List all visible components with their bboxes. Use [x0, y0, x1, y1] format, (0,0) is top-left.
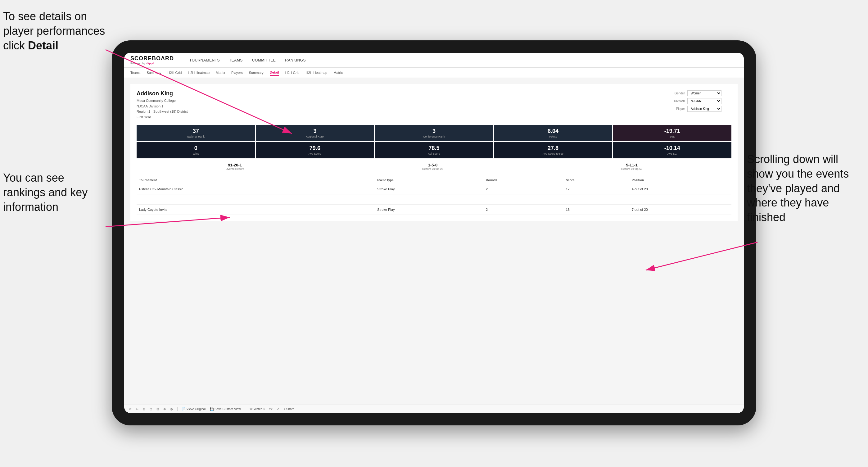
bottom-toolbar: ↺ ↻ ⊞ ⊡ ⊟ ⊕ ◷ 📄 View: Original 💾 Save Cu… [124, 405, 744, 413]
wins-value: 0 [139, 145, 253, 152]
player-info-left: Addison King Mesa Community College NJCA… [136, 90, 187, 120]
share-button-box[interactable]: □▾ [269, 407, 273, 411]
player-year: First Year [136, 115, 187, 120]
division-field-row: Division NJCAA I [669, 98, 732, 104]
main-content[interactable]: Addison King Mesa Community College NJCA… [124, 78, 744, 405]
position-1: 4 out of 20 [629, 184, 732, 194]
logo-area: SCOREBOARD Powered by clippd [130, 55, 174, 65]
nav-committee[interactable]: COMMITTEE [252, 57, 276, 64]
event-type-2 [375, 194, 483, 205]
stat-avg-sg: -10.14 Avg SG [613, 142, 732, 158]
record-top50-label: Record vs top 50 [621, 167, 642, 170]
avg-sg-label: Avg SG [615, 152, 729, 155]
undo-button[interactable]: ↺ [129, 407, 132, 411]
sub-nav: Teams Summary H2H Grid H2H Heatmap Matri… [124, 68, 744, 78]
stat-regional-rank: 3 Regional Rank [256, 125, 374, 141]
division-label: Division [669, 99, 685, 103]
gender-field-row: Gender Women [669, 90, 732, 96]
player-division: NJCAA Division 1 [136, 104, 187, 109]
score-3: 16 [563, 205, 629, 215]
logo-powered: Powered by clippd [130, 62, 174, 65]
position-3: 7 out of 20 [629, 205, 732, 215]
save-custom-view-button[interactable]: 💾 Save Custom View [210, 407, 241, 411]
minus-button[interactable]: ⊟ [156, 407, 159, 411]
col-event-type: Event Type [375, 177, 483, 184]
stats-row1: 37 National Rank 3 Regional Rank 3 Confe… [136, 125, 732, 141]
top-nav: SCOREBOARD Powered by clippd TOURNAMENTS… [124, 53, 744, 68]
record-overall-label: Overall Record [226, 167, 244, 170]
nav-rankings[interactable]: RANKINGS [285, 57, 306, 64]
rounds-3: 2 [483, 205, 563, 215]
avg-score-label: Avg Score [258, 152, 372, 155]
regional-rank-value: 3 [258, 128, 372, 134]
stat-avg-score: 79.6 Avg Score [256, 142, 374, 158]
subnav-h2h-heatmap2[interactable]: H2H Heatmap [306, 70, 328, 75]
share-button[interactable]: ⤴ Share [284, 407, 294, 411]
col-score: Score [563, 177, 629, 184]
stat-sos: -19.71 SoS [613, 125, 732, 141]
subnav-h2h-grid2[interactable]: H2H Grid [285, 70, 300, 75]
subnav-players[interactable]: Players [231, 70, 243, 75]
col-position: Position [629, 177, 732, 184]
tournament-table: Tournament Event Type Rounds Score Posit… [136, 177, 732, 215]
player-school: Mesa Community College [136, 98, 187, 104]
subnav-h2h-grid[interactable]: H2H Grid [167, 70, 182, 75]
player-name: Addison King [136, 90, 187, 97]
annotation-left: You can see rankings and key information [3, 171, 105, 214]
toolbar-separator [177, 407, 178, 411]
rounds-2 [483, 194, 563, 205]
stat-avg-score-par: 27.8 Avg Score to Par [494, 142, 613, 158]
adj-score-value: 78.5 [377, 145, 491, 152]
score-2 [563, 194, 629, 205]
tournament-name-1: Estella CC- Mountain Classic [136, 184, 375, 194]
rounds-1: 2 [483, 184, 563, 194]
player-field-row: Player Addison King [669, 106, 732, 112]
subnav-summary[interactable]: Summary [147, 70, 161, 75]
player-info-right: Gender Women Division NJCAA I [669, 90, 732, 120]
player-label: Player [669, 107, 685, 111]
score-1: 17 [563, 184, 629, 194]
sos-label: SoS [615, 135, 729, 138]
subnav-summary2[interactable]: Summary [249, 70, 264, 75]
redo-button[interactable]: ↻ [136, 407, 138, 411]
plus-button[interactable]: ⊕ [163, 407, 166, 411]
conference-rank-value: 3 [377, 128, 491, 134]
stat-points: 6.04 Points [494, 125, 613, 141]
col-rounds: Rounds [483, 177, 563, 184]
stats-row2: 0 Wins 79.6 Avg Score 78.5 Adj Score 27.… [136, 142, 732, 158]
content-panel: Addison King Mesa Community College NJCA… [130, 84, 738, 221]
filter-button[interactable]: ⊡ [150, 407, 152, 411]
avg-score-par-value: 27.8 [496, 145, 610, 152]
subnav-teams[interactable]: Teams [130, 70, 140, 75]
annotation-right: Scrolling down will show you the events … [747, 152, 865, 225]
subnav-matrix[interactable]: Matrix [216, 70, 225, 75]
stat-national-rank: 37 National Rank [136, 125, 255, 141]
tablet-screen: SCOREBOARD Powered by clippd TOURNAMENTS… [124, 53, 744, 413]
tournament-name-2 [136, 194, 375, 205]
grid-button[interactable]: ⊞ [143, 407, 145, 411]
event-type-3: Stroke Play [375, 205, 483, 215]
points-value: 6.04 [496, 128, 610, 134]
tablet-device: SCOREBOARD Powered by clippd TOURNAMENTS… [112, 40, 756, 426]
expand-button[interactable]: ⤢ [277, 407, 279, 411]
points-label: Points [496, 135, 610, 138]
gender-select[interactable]: Women [687, 90, 721, 96]
player-select[interactable]: Addison King [687, 106, 721, 112]
player-region: Region 1 - Southwest (18) District [136, 109, 187, 115]
subnav-matrix2[interactable]: Matrix [333, 70, 343, 75]
wins-label: Wins [139, 152, 253, 155]
position-2 [629, 194, 732, 205]
clock-button[interactable]: ◷ [170, 407, 173, 411]
stat-conference-rank: 3 Conference Rank [375, 125, 493, 141]
subnav-detail[interactable]: Detail [270, 69, 279, 76]
adj-score-label: Adj Score [377, 152, 491, 155]
nav-teams[interactable]: TEAMS [229, 57, 243, 64]
nav-tournaments[interactable]: TOURNAMENTS [189, 57, 220, 64]
subnav-h2h-heatmap[interactable]: H2H Heatmap [188, 70, 210, 75]
stat-wins: 0 Wins [136, 142, 255, 158]
record-top25-label: Record vs top 25 [422, 167, 443, 170]
division-select[interactable]: NJCAA I [687, 98, 721, 104]
view-original-button[interactable]: 📄 View: Original [182, 407, 206, 411]
avg-score-value: 79.6 [258, 145, 372, 152]
watch-button[interactable]: 👁 Watch ▾ [250, 407, 265, 411]
